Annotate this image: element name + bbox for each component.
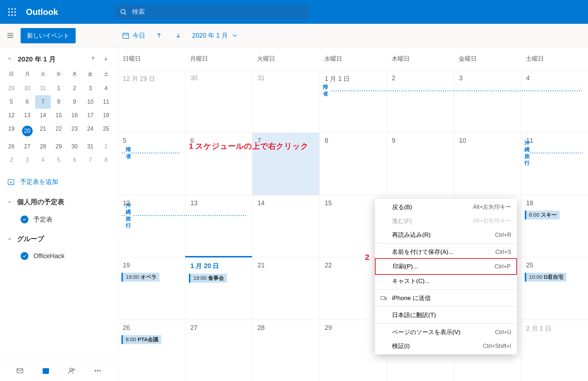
context-menu-item[interactable]: 戻る(B)Alt+左矢印キー xyxy=(375,200,517,214)
calendar-checkbox[interactable] xyxy=(21,252,28,260)
people-module-button[interactable] xyxy=(65,364,79,378)
minical-day[interactable]: 8 xyxy=(51,95,66,109)
calendar-item-default[interactable]: 予定表 xyxy=(0,211,118,228)
calendar-day-cell[interactable]: 9 xyxy=(387,133,454,195)
search-input[interactable] xyxy=(132,8,304,16)
calendar-day-cell[interactable]: 1 月 1 日 xyxy=(319,70,386,132)
section-groups[interactable]: グループ xyxy=(0,228,118,248)
section-personal-calendars[interactable]: 個人用の予定表 xyxy=(0,191,118,211)
minical-day[interactable]: 29 xyxy=(51,140,66,153)
month-picker-button[interactable]: 2020 年 1 月 xyxy=(192,31,239,40)
context-menu-item[interactable]: 名前を付けて保存(A)...Ctrl+S xyxy=(375,245,517,259)
minical-day[interactable]: 14 xyxy=(35,109,51,122)
minical-day[interactable]: 5 xyxy=(4,95,19,109)
minical-next-button[interactable] xyxy=(103,56,110,62)
event-span[interactable]: ··沖縄旅行 xyxy=(121,211,249,220)
minical-day[interactable]: 1 xyxy=(51,82,66,95)
calendar-day-cell[interactable]: 11 xyxy=(521,133,588,195)
minical-day[interactable]: 16 xyxy=(67,109,82,122)
context-menu-item[interactable]: キャスト(C)... xyxy=(375,274,517,288)
minical-day[interactable]: 26 xyxy=(4,140,19,153)
minical-day[interactable]: 24 xyxy=(82,122,98,140)
event-block[interactable]: 10:00 D君自宅 xyxy=(525,273,567,282)
calendar-day-cell[interactable]: 1919:00 オペラ xyxy=(118,257,185,320)
minical-day[interactable]: 20 xyxy=(19,122,35,140)
minical-collapse-button[interactable] xyxy=(7,56,14,62)
minical-day[interactable]: 31 xyxy=(35,82,51,95)
calendar-checkbox[interactable] xyxy=(21,216,28,223)
add-calendar-button[interactable]: 予定表を追加 xyxy=(0,173,118,191)
minical-day[interactable]: 7 xyxy=(35,95,51,109)
calendar-day-cell[interactable]: 13 xyxy=(185,195,252,257)
event-block[interactable]: 8:00 PTA会議 xyxy=(121,335,161,344)
calendar-day-cell[interactable]: 3 xyxy=(454,70,521,132)
calendar-day-cell[interactable]: 14 xyxy=(252,195,319,257)
minical-day[interactable]: 6 xyxy=(67,153,82,167)
minical-day[interactable]: 7 xyxy=(82,153,98,167)
nav-toggle-button[interactable] xyxy=(0,32,21,39)
calendar-day-cell[interactable]: 188:00 スキー xyxy=(521,195,588,257)
calendar-day-cell[interactable]: 268:00 PTA会議 xyxy=(118,320,185,381)
minical-day[interactable]: 21 xyxy=(35,122,51,140)
new-event-button[interactable]: 新しいイベント xyxy=(21,28,76,43)
context-menu-item[interactable]: iPhone に送信 xyxy=(375,291,517,305)
minical-day[interactable]: 9 xyxy=(67,95,82,109)
minical-day[interactable]: 4 xyxy=(35,153,51,167)
minical-day[interactable]: 10 xyxy=(82,95,98,109)
minical-day[interactable]: 23 xyxy=(67,122,82,140)
minical-day[interactable]: 2 xyxy=(67,82,82,95)
minical-day[interactable]: 1 xyxy=(98,140,114,153)
minical-day[interactable]: 3 xyxy=(19,153,35,167)
minical-day[interactable]: 19 xyxy=(4,122,19,140)
app-launcher-button[interactable] xyxy=(0,0,24,24)
mail-module-button[interactable] xyxy=(13,364,27,378)
minical-day[interactable]: 25 xyxy=(98,122,114,140)
context-menu-item[interactable]: 日本語に翻訳(T) xyxy=(375,308,517,322)
minical-prev-button[interactable] xyxy=(91,56,98,62)
calendar-day-cell[interactable]: 10 xyxy=(454,133,521,195)
minical-day[interactable]: 31 xyxy=(82,140,98,153)
calendar-module-button[interactable] xyxy=(39,364,53,378)
calendar-day-cell[interactable]: 8 xyxy=(319,133,386,195)
context-menu-item[interactable]: 検証(I)Ctrl+Shift+I xyxy=(375,339,517,353)
context-menu-item[interactable]: 印刷(P)...Ctrl+P xyxy=(375,258,517,275)
calendar-day-cell[interactable]: 30 xyxy=(185,70,252,132)
event-block[interactable]: 8:00 スキー xyxy=(525,211,560,219)
minical-day[interactable]: 18 xyxy=(98,109,114,122)
calendar-day-cell[interactable]: 2 xyxy=(387,70,454,132)
calendar-day-cell[interactable]: 7 xyxy=(252,133,319,195)
minical-day[interactable]: 17 xyxy=(82,109,98,122)
minical-day[interactable]: 12 xyxy=(4,109,19,122)
event-span[interactable]: 沖縄旅行 xyxy=(524,149,584,157)
calendar-day-cell[interactable]: 28 xyxy=(252,320,319,381)
minical-day[interactable]: 5 xyxy=(51,153,66,167)
minical-day[interactable]: 6 xyxy=(19,95,35,109)
minical-day[interactable]: 11 xyxy=(98,95,114,109)
minical-day[interactable]: 29 xyxy=(4,82,19,95)
search-box[interactable] xyxy=(115,5,309,20)
calendar-day-cell[interactable]: 21 xyxy=(252,257,319,320)
calendar-day-cell[interactable]: 31 xyxy=(252,70,319,132)
calendar-day-cell[interactable]: 5 xyxy=(118,133,185,195)
today-button[interactable]: 今日 xyxy=(122,31,145,40)
calendar-day-cell[interactable]: 2 月 1 日 xyxy=(521,320,588,381)
minical-day[interactable]: 4 xyxy=(98,82,114,95)
minical-day[interactable]: 27 xyxy=(19,140,35,153)
next-period-button[interactable] xyxy=(173,30,184,41)
minical-day[interactable]: 13 xyxy=(19,109,35,122)
calendar-day-cell[interactable]: 12 月 29 日 xyxy=(118,70,185,132)
minical-day[interactable]: 3 xyxy=(82,82,98,95)
event-block[interactable]: 19:00 オペラ xyxy=(121,273,159,282)
event-block[interactable]: 19:00 食事会 xyxy=(189,274,227,283)
calendar-day-cell[interactable]: 6 xyxy=(185,133,252,195)
minical-day[interactable]: 15 xyxy=(51,109,66,122)
context-menu-item[interactable]: 再読み込み(R)Ctrl+R xyxy=(375,228,517,242)
minical-day[interactable]: 30 xyxy=(67,140,82,153)
minical-day[interactable]: 30 xyxy=(19,82,35,95)
more-modules-button[interactable] xyxy=(91,364,105,378)
minical-day[interactable]: 8 xyxy=(98,153,114,167)
calendar-day-cell[interactable]: 27 xyxy=(185,320,252,381)
calendar-item-officehack[interactable]: OfficeHack xyxy=(0,248,118,264)
minical-day[interactable]: 28 xyxy=(35,140,51,153)
minical-day[interactable]: 2 xyxy=(4,153,19,167)
